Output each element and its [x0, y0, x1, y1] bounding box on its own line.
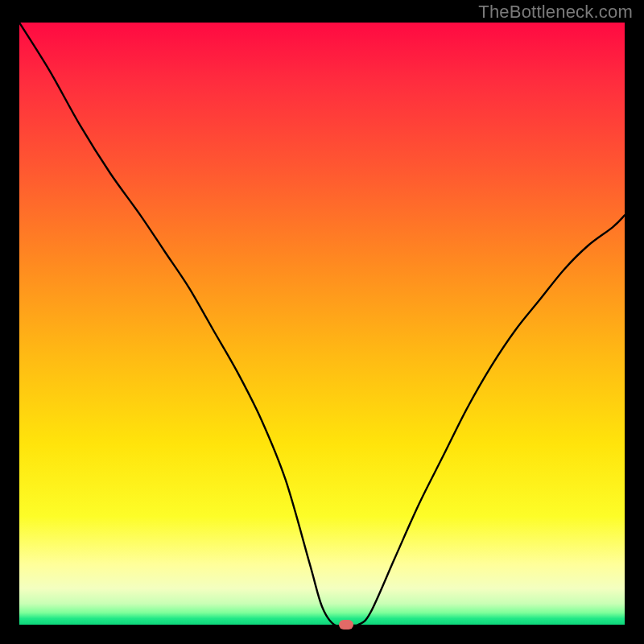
- watermark-label: TheBottleneck.com: [478, 2, 633, 23]
- chart-stage: TheBottleneck.com: [0, 0, 644, 644]
- minimum-marker: [339, 620, 353, 630]
- plot-area: [19, 23, 625, 625]
